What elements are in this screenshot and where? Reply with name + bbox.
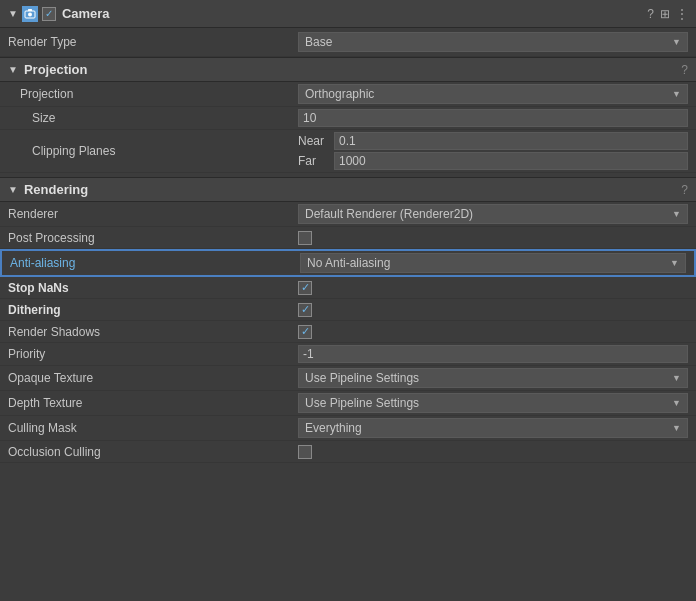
near-label: Near <box>298 134 328 148</box>
near-row: Near <box>298 132 688 150</box>
render-type-dropdown[interactable]: Base ▼ <box>298 32 688 52</box>
culling-mask-row: Culling Mask Everything ▼ <box>0 416 696 441</box>
projection-row: Projection Orthographic ▼ <box>0 82 696 107</box>
render-shadows-row: Render Shadows <box>0 321 696 343</box>
dropdown-arrow-icon: ▼ <box>672 423 681 433</box>
far-row: Far <box>298 152 688 170</box>
projection-dropdown[interactable]: Orthographic ▼ <box>298 84 688 104</box>
depth-texture-dropdown[interactable]: Use Pipeline Settings ▼ <box>298 393 688 413</box>
dropdown-arrow-icon: ▼ <box>672 373 681 383</box>
component-enable-checkbox[interactable]: ✓ <box>42 7 56 21</box>
projection-section-header[interactable]: ▼ Projection ? <box>0 57 696 82</box>
projection-label: Projection <box>8 87 298 101</box>
dropdown-arrow-icon: ▼ <box>672 89 681 99</box>
render-shadows-checkbox[interactable] <box>298 325 688 339</box>
projection-section-title: Projection <box>24 62 681 77</box>
render-type-label: Render Type <box>8 35 298 49</box>
occlusion-culling-label: Occlusion Culling <box>8 445 298 459</box>
svg-rect-2 <box>28 9 32 11</box>
stop-nans-label: Stop NaNs <box>8 281 298 295</box>
stop-nans-row: Stop NaNs <box>0 277 696 299</box>
culling-mask-label: Culling Mask <box>8 421 298 435</box>
render-shadows-label: Render Shadows <box>8 325 298 339</box>
clipping-planes-label: Clipping Planes <box>8 144 298 158</box>
render-type-row: Render Type Base ▼ <box>0 28 696 57</box>
opaque-texture-row: Opaque Texture Use Pipeline Settings ▼ <box>0 366 696 391</box>
component-title: Camera <box>62 6 647 21</box>
clipping-planes-row: Clipping Planes Near Far <box>0 130 696 173</box>
dropdown-arrow-icon: ▼ <box>672 37 681 47</box>
anti-aliasing-row: Anti-aliasing No Anti-aliasing ▼ <box>0 249 696 277</box>
priority-row: Priority <box>0 343 696 366</box>
dithering-label: Dithering <box>8 303 298 317</box>
clipping-inputs: Near Far <box>298 132 688 170</box>
projection-help-icon[interactable]: ? <box>681 63 688 77</box>
opaque-texture-label: Opaque Texture <box>8 371 298 385</box>
rendering-section-header[interactable]: ▼ Rendering ? <box>0 177 696 202</box>
anti-aliasing-label: Anti-aliasing <box>10 256 300 270</box>
projection-arrow[interactable]: ▼ <box>8 64 18 75</box>
dropdown-arrow-icon: ▼ <box>672 209 681 219</box>
dithering-checkbox[interactable] <box>298 303 688 317</box>
post-processing-checkbox[interactable] <box>298 231 688 245</box>
menu-icon[interactable]: ⋮ <box>676 7 688 21</box>
far-input[interactable] <box>334 152 688 170</box>
far-label: Far <box>298 154 328 168</box>
opaque-texture-dropdown[interactable]: Use Pipeline Settings ▼ <box>298 368 688 388</box>
post-processing-label: Post Processing <box>8 231 298 245</box>
collapse-arrow[interactable]: ▼ <box>8 8 18 19</box>
svg-point-1 <box>28 12 32 16</box>
stop-nans-checkbox[interactable] <box>298 281 688 295</box>
rendering-section-title: Rendering <box>24 182 681 197</box>
culling-mask-dropdown[interactable]: Everything ▼ <box>298 418 688 438</box>
renderer-label: Renderer <box>8 207 298 221</box>
dropdown-arrow-icon: ▼ <box>672 398 681 408</box>
dropdown-arrow-icon: ▼ <box>670 258 679 268</box>
size-input[interactable] <box>298 109 688 127</box>
near-input[interactable] <box>334 132 688 150</box>
priority-input[interactable] <box>298 345 688 363</box>
help-icon[interactable]: ? <box>647 7 654 21</box>
renderer-dropdown[interactable]: Default Renderer (Renderer2D) ▼ <box>298 204 688 224</box>
rendering-arrow[interactable]: ▼ <box>8 184 18 195</box>
size-row: Size <box>0 107 696 130</box>
dithering-row: Dithering <box>0 299 696 321</box>
rendering-help-icon[interactable]: ? <box>681 183 688 197</box>
priority-label: Priority <box>8 347 298 361</box>
depth-texture-label: Depth Texture <box>8 396 298 410</box>
component-header: ▼ ✓ Camera ? ⊞ ⋮ <box>0 0 696 28</box>
header-icons: ? ⊞ ⋮ <box>647 7 688 21</box>
layout-icon[interactable]: ⊞ <box>660 7 670 21</box>
renderer-row: Renderer Default Renderer (Renderer2D) ▼ <box>0 202 696 227</box>
occlusion-culling-checkbox[interactable] <box>298 445 688 459</box>
occlusion-culling-row: Occlusion Culling <box>0 441 696 463</box>
size-label: Size <box>8 111 298 125</box>
post-processing-row: Post Processing <box>0 227 696 249</box>
anti-aliasing-dropdown[interactable]: No Anti-aliasing ▼ <box>300 253 686 273</box>
camera-icon <box>22 6 38 22</box>
depth-texture-row: Depth Texture Use Pipeline Settings ▼ <box>0 391 696 416</box>
